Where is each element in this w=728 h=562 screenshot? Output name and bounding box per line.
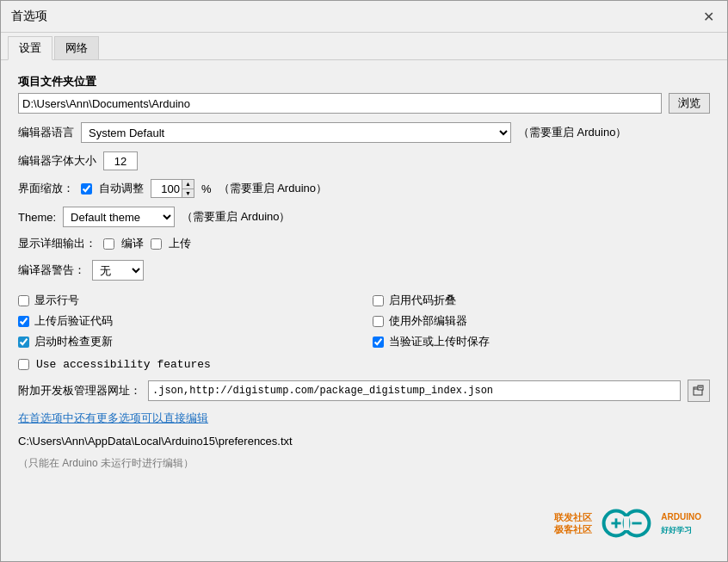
use-external-editor-label: 使用外部编辑器: [389, 313, 467, 329]
preferences-dialog: 首选项 ✕ 设置 网络 项目文件夹位置 浏览 编辑器语言 System Defa…: [0, 0, 728, 562]
tab-network[interactable]: 网络: [54, 36, 99, 59]
check-updates-checkbox[interactable]: [18, 337, 29, 348]
svg-rect-10: [624, 516, 629, 530]
editor-language-label: 编辑器语言: [18, 125, 74, 140]
ui-scale-input[interactable]: [151, 180, 182, 197]
project-folder-section: 项目文件夹位置 浏览: [18, 74, 710, 114]
site-label: 联发社区 极客社区: [554, 511, 592, 536]
ui-scale-auto-label: 自动调整: [99, 181, 144, 196]
settings-content: 项目文件夹位置 浏览 编辑器语言 System Default （需要重启 Ar…: [1, 60, 727, 561]
accessibility-row: Use accessibility features: [18, 358, 710, 371]
compiler-warn-row: 编译器警告： 无 默认 更多 全部: [18, 260, 710, 281]
verbose-output-row: 显示详细输出： 编译 上传: [18, 236, 710, 251]
board-manager-row: 附加开发板管理器网址：: [18, 380, 710, 402]
site-line1: 联发社区: [554, 512, 592, 522]
project-path-input[interactable]: [18, 93, 662, 114]
logo-container: 联发社区 极客社区 ARDUINO: [554, 506, 701, 540]
ui-scale-spinner[interactable]: ▲ ▼: [151, 179, 194, 198]
use-external-editor-item: 使用外部编辑器: [373, 313, 710, 329]
verify-after-upload-checkbox[interactable]: [18, 316, 29, 327]
percent-symbol: %: [201, 182, 212, 195]
show-line-numbers-label: 显示行号: [34, 293, 79, 308]
ui-scale-note: （需要重启 Arduino）: [219, 181, 327, 196]
theme-note: （需要重启 Arduino）: [182, 209, 290, 225]
editor-language-note: （需要重启 Arduino）: [518, 125, 626, 140]
checkboxes-grid: 显示行号 启用代码折叠 上传后验证代码 使用外部编辑器 启动时检查更新 当验证或…: [18, 293, 710, 349]
close-button[interactable]: ✕: [700, 8, 717, 25]
spin-buttons: ▲ ▼: [182, 180, 194, 197]
theme-select[interactable]: Default theme: [63, 207, 175, 227]
save-on-verify-item: 当验证或上传时保存: [373, 334, 710, 349]
editor-language-select[interactable]: System Default: [81, 122, 511, 143]
editor-language-row: 编辑器语言 System Default （需要重启 Arduino）: [18, 122, 710, 143]
prefs-path: C:\Users\Ann\AppData\Local\Arduino15\pre…: [18, 435, 293, 448]
more-prefs-link[interactable]: 在首选项中还有更多选项可以直接编辑: [18, 411, 208, 424]
site-line2: 极客社区: [554, 524, 592, 534]
prefs-path-section: C:\Users\Ann\AppData\Local\Arduino15\pre…: [18, 435, 710, 448]
ui-scale-label: 界面缩放：: [18, 181, 74, 196]
spin-down-button[interactable]: ▼: [182, 189, 194, 198]
board-manager-url-input[interactable]: [148, 380, 681, 401]
compiler-warn-label: 编译器警告：: [18, 262, 85, 278]
verify-after-upload-label: 上传后验证代码: [34, 313, 113, 329]
editor-fontsize-row: 编辑器字体大小: [18, 151, 710, 170]
use-external-editor-checkbox[interactable]: [373, 316, 384, 327]
verbose-upload-checkbox[interactable]: [151, 238, 162, 250]
arduino-text: ARDUINO 好好学习: [661, 510, 701, 537]
check-updates-label: 启动时检查更新: [34, 334, 113, 349]
theme-label: Theme:: [18, 211, 56, 224]
save-on-verify-label: 当验证或上传时保存: [389, 334, 490, 349]
tabs-bar: 设置 网络: [1, 33, 727, 60]
save-on-verify-checkbox[interactable]: [373, 337, 384, 348]
editor-fontsize-label: 编辑器字体大小: [18, 153, 96, 169]
verbose-compile-checkbox[interactable]: [103, 238, 114, 250]
ui-scale-row: 界面缩放： 自动调整 ▲ ▼ % （需要重启 Arduino）: [18, 179, 710, 198]
open-window-icon: [693, 385, 705, 397]
enable-code-fold-item: 启用代码折叠: [373, 293, 710, 308]
board-manager-label: 附加开发板管理器网址：: [18, 383, 141, 398]
theme-row: Theme: Default theme （需要重启 Arduino）: [18, 207, 710, 227]
compiler-warn-select[interactable]: 无 默认 更多 全部: [92, 260, 144, 281]
verbose-output-label: 显示详细输出：: [18, 236, 96, 251]
enable-code-fold-checkbox[interactable]: [373, 295, 384, 306]
browse-button[interactable]: 浏览: [669, 93, 710, 114]
arduino-logo: [599, 506, 654, 540]
enable-code-fold-label: 启用代码折叠: [389, 293, 456, 308]
ui-scale-auto-checkbox[interactable]: [81, 183, 92, 195]
more-prefs-section: 在首选项中还有更多选项可以直接编辑: [18, 411, 710, 426]
check-updates-item: 启动时检查更新: [18, 334, 355, 349]
logo-area: 联发社区 极客社区 ARDUINO: [18, 503, 710, 547]
show-line-numbers-item: 显示行号: [18, 293, 355, 308]
project-folder-label: 项目文件夹位置: [18, 74, 710, 90]
tab-settings[interactable]: 设置: [8, 36, 52, 60]
board-manager-open-button[interactable]: [688, 380, 710, 402]
spin-up-button[interactable]: ▲: [182, 180, 194, 189]
dialog-title: 首选项: [11, 9, 47, 24]
title-bar: 首选项 ✕: [1, 1, 727, 33]
verbose-compile-label: 编译: [121, 236, 144, 251]
use-accessibility-checkbox[interactable]: [18, 359, 29, 370]
editor-fontsize-input[interactable]: [103, 151, 138, 170]
verify-after-upload-item: 上传后验证代码: [18, 313, 355, 329]
verbose-upload-label: 上传: [169, 236, 191, 251]
edit-note-section: （只能在 Arduino 未运行时进行编辑）: [18, 456, 710, 471]
edit-note: （只能在 Arduino 未运行时进行编辑）: [18, 457, 194, 469]
show-line-numbers-checkbox[interactable]: [18, 295, 29, 306]
use-accessibility-label: Use accessibility features: [36, 358, 211, 371]
